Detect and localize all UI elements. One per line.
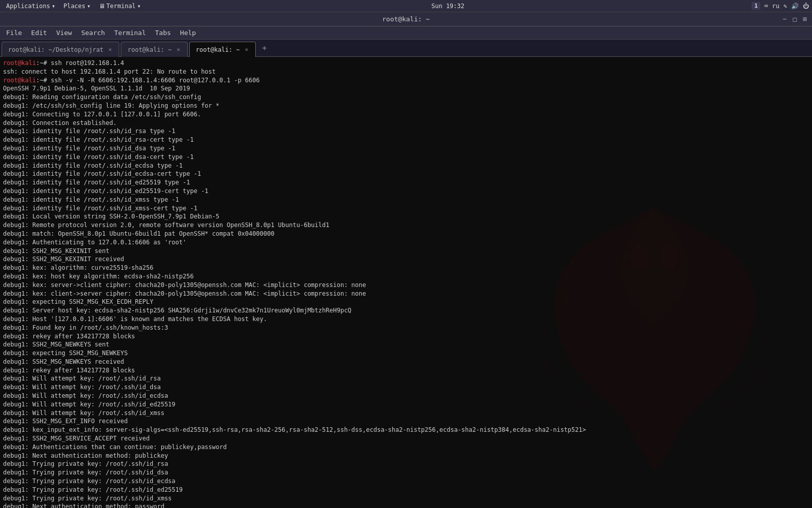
terminal-app-menu[interactable]: 🖥 Terminal ▾: [96, 2, 144, 10]
tab-2-close[interactable]: ✕: [176, 46, 181, 53]
terminal-icon: 🖥: [99, 3, 105, 10]
title-bar: root@kali: ~ − □ ⊞: [0, 12, 812, 26]
line-31: debug1: Host '[127.0.0.1]:6606' is known…: [3, 315, 809, 324]
tab-1-close[interactable]: ✕: [108, 46, 113, 53]
split-button[interactable]: ⊞: [801, 15, 809, 23]
maximize-button[interactable]: □: [791, 15, 799, 23]
line-33: debug1: rekey after 134217728 blocks: [3, 332, 809, 341]
line-52: debug1: Trying private key: /root/.ssh/i…: [3, 494, 809, 503]
terminal-wrapper: root@kali:~# ssh root@192.168.1.4 ssh: c…: [0, 57, 812, 508]
line-28: debug1: kex: client->server cipher: chac…: [3, 290, 809, 298]
line-6: debug1: /etc/ssh/ssh_config line 19: App…: [3, 102, 809, 110]
keyboard-icon: ⌨: [764, 3, 768, 10]
line-40: debug1: Will attempt key: /root/.ssh/id_…: [3, 392, 809, 400]
terminal-app-label: Terminal: [107, 3, 136, 10]
tab-3[interactable]: root@kali: ~ ✕: [189, 42, 256, 57]
line-48: debug1: Trying private key: /root/.ssh/i…: [3, 460, 809, 468]
system-bar-left: Applications ▾ Places ▾ 🖥 Terminal ▾: [3, 2, 144, 10]
line-26: debug1: kex: host key algorithm: ecdsa-s…: [3, 272, 809, 281]
line-25: debug1: kex: algorithm: curve25519-sha25…: [3, 264, 809, 272]
menu-file[interactable]: File: [2, 28, 26, 38]
line-51: debug1: Trying private key: /root/.ssh/i…: [3, 486, 809, 494]
line-39: debug1: Will attempt key: /root/.ssh/id_…: [3, 383, 809, 392]
minimize-button[interactable]: −: [781, 15, 789, 23]
terminal-window: root@kali: ~ − □ ⊞ File Edit View Search…: [0, 12, 812, 508]
tab-3-label: root@kali: ~: [196, 46, 240, 53]
sound-icon: 🔊: [791, 3, 799, 10]
window-number: 1: [752, 2, 760, 10]
line-17: debug1: identity file /root/.ssh/id_xmss…: [3, 196, 809, 204]
tab-3-close[interactable]: ✕: [244, 46, 250, 53]
line-9: debug1: identity file /root/.ssh/id_rsa …: [3, 127, 809, 136]
terminal-output[interactable]: root@kali:~# ssh root@192.168.1.4 ssh: c…: [0, 57, 812, 508]
terminal-app-arrow: ▾: [137, 3, 141, 10]
window-title: root@kali: ~: [382, 15, 430, 23]
tab-1-label: root@kali: ~/Desktop/njrat: [8, 46, 104, 53]
line-45: debug1: SSH2_MSG_SERVICE_ACCEPT received: [3, 434, 809, 443]
line-7: debug1: Connecting to 127.0.0.1 [127.0.0…: [3, 110, 809, 119]
line-8: debug1: Connection established.: [3, 119, 809, 128]
power-icon: ⏻: [803, 3, 809, 10]
line-16: debug1: identity file /root/.ssh/id_ed25…: [3, 187, 809, 196]
tab-bar: root@kali: ~/Desktop/njrat ✕ root@kali: …: [0, 40, 812, 57]
system-tray: 1 ⌨ ru ✎ 🔊 ⏻: [752, 2, 809, 10]
line-49: debug1: Trying private key: /root/.ssh/i…: [3, 468, 809, 477]
line-34: debug1: SSH2_MSG_NEWKEYS sent: [3, 340, 809, 349]
system-bar: Applications ▾ Places ▾ 🖥 Terminal ▾ Sun…: [0, 0, 812, 12]
line-24: debug1: SSH2_MSG_KEXINIT received: [3, 255, 809, 264]
applications-label: Applications: [6, 3, 50, 10]
tab-2-label: root@kali: ~: [127, 46, 172, 53]
line-36: debug1: SSH2_MSG_NEWKEYS received: [3, 358, 809, 366]
line-4: OpenSSH 7.9p1 Debian-5, OpenSSL 1.1.1d 1…: [3, 84, 809, 93]
applications-menu[interactable]: Applications ▾: [3, 2, 58, 10]
line-5: debug1: Reading configuration data /etc/…: [3, 93, 809, 102]
line-21: debug1: match: OpenSSH_8.0p1 Ubuntu-6bui…: [3, 230, 809, 238]
line-19: debug1: Local version string SSH-2.0-Ope…: [3, 212, 809, 221]
system-datetime: Sun 19:32: [431, 3, 464, 10]
places-arrow: ▾: [87, 3, 90, 10]
line-1: root@kali:~# ssh root@192.168.1.4: [3, 59, 809, 68]
line-2: ssh: connect to host 192.168.1.4 port 22…: [3, 68, 809, 76]
line-20: debug1: Remote protocol version 2.0, rem…: [3, 221, 809, 230]
menu-bar: File Edit View Search Terminal Tabs Help: [0, 26, 812, 40]
line-29: debug1: expecting SSH2_MSG_KEX_ECDH_REPL…: [3, 298, 809, 306]
menu-view[interactable]: View: [52, 28, 76, 38]
line-14: debug1: identity file /root/.ssh/id_ecds…: [3, 170, 809, 178]
line-35: debug1: expecting SSH2_MSG_NEWKEYS: [3, 349, 809, 358]
new-tab-button[interactable]: +: [258, 42, 271, 54]
places-label: Places: [63, 3, 85, 10]
line-22: debug1: Authenticating to 127.0.0.1:6606…: [3, 238, 809, 247]
places-menu[interactable]: Places ▾: [60, 2, 94, 10]
line-47: debug1: Next authentication method: publ…: [3, 452, 809, 460]
line-30: debug1: Server host key: ecdsa-sha2-nist…: [3, 306, 809, 315]
line-50: debug1: Trying private key: /root/.ssh/i…: [3, 477, 809, 486]
applications-arrow: ▾: [52, 3, 55, 10]
line-32: debug1: Found key in /root/.ssh/known_ho…: [3, 324, 809, 332]
line-27: debug1: kex: server->client cipher: chac…: [3, 281, 809, 290]
edit-icon: ✎: [784, 3, 787, 10]
line-42: debug1: Will attempt key: /root/.ssh/id_…: [3, 409, 809, 418]
line-18: debug1: identity file /root/.ssh/id_xmss…: [3, 204, 809, 213]
line-13: debug1: identity file /root/.ssh/id_ecds…: [3, 162, 809, 170]
line-38: debug1: Will attempt key: /root/.ssh/id_…: [3, 374, 809, 383]
menu-help[interactable]: Help: [176, 28, 200, 38]
line-53: debug1: Next authentication method: pass…: [3, 502, 809, 508]
menu-search[interactable]: Search: [77, 28, 109, 38]
tab-1[interactable]: root@kali: ~/Desktop/njrat ✕: [2, 42, 119, 57]
line-3: root@kali:~# ssh -v -N -R 6606:192.168.1…: [3, 76, 809, 85]
line-46: debug1: Authentications that can continu…: [3, 443, 809, 452]
menu-edit[interactable]: Edit: [27, 28, 51, 38]
line-10: debug1: identity file /root/.ssh/id_rsa-…: [3, 136, 809, 144]
line-11: debug1: identity file /root/.ssh/id_dsa …: [3, 144, 809, 153]
line-37: debug1: rekey after 134217728 blocks: [3, 366, 809, 375]
line-43: debug1: SSH2_MSG_EXT_INFO received: [3, 417, 809, 426]
line-12: debug1: identity file /root/.ssh/id_dsa-…: [3, 153, 809, 162]
line-15: debug1: identity file /root/.ssh/id_ed25…: [3, 178, 809, 187]
line-23: debug1: SSH2_MSG_KEXINIT sent: [3, 247, 809, 256]
line-44: debug1: kex_input_ext_info: server-sig-a…: [3, 426, 809, 434]
language-label: ru: [772, 3, 779, 10]
tab-2[interactable]: root@kali: ~ ✕: [121, 42, 187, 57]
line-41: debug1: Will attempt key: /root/.ssh/id_…: [3, 400, 809, 409]
menu-terminal[interactable]: Terminal: [110, 28, 150, 38]
menu-tabs[interactable]: Tabs: [151, 28, 175, 38]
